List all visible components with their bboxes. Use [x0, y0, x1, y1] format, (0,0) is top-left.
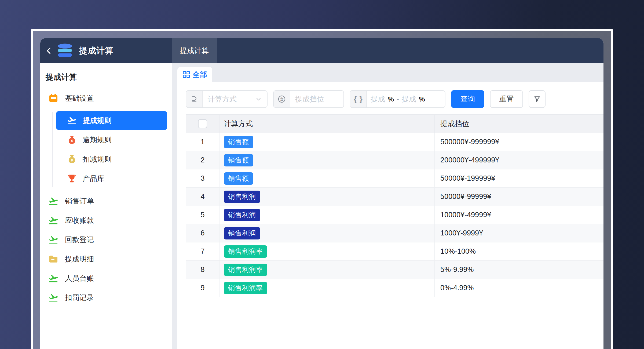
- range-separator: -: [397, 95, 399, 103]
- money-bag-icon: ¥: [67, 154, 77, 164]
- trophy-icon: [67, 174, 77, 183]
- sidebar-item-label: 提成规则: [83, 116, 112, 125]
- sidebar-item-提成明细[interactable]: 提成明细: [40, 249, 172, 269]
- cell-tier-range: 5%-9.99%: [435, 261, 603, 279]
- table-row: 7销售利润率10%-100%: [186, 242, 603, 261]
- filter-settings-button[interactable]: [529, 90, 546, 108]
- method-tag: 销售利润率: [224, 245, 267, 258]
- cell-calc-method: 销售利润: [219, 224, 435, 242]
- rate-from-unit: %: [388, 95, 394, 103]
- sidebar-item-label: 扣罚记录: [65, 293, 94, 303]
- cell-calc-method: 销售利润: [219, 188, 435, 206]
- funnel-icon: [533, 95, 541, 103]
- table-row: 2销售额200000¥-499999¥: [186, 151, 603, 169]
- method-tag: 销售额: [224, 172, 253, 185]
- filter-rate-range: { } 提成 % - 提成 %: [350, 90, 445, 108]
- tab-all-label: 全部: [193, 70, 207, 79]
- back-button[interactable]: [44, 46, 54, 56]
- method-tag: 销售利润率: [224, 282, 267, 294]
- table-row: 6销售利润1000¥-9999¥: [186, 224, 603, 242]
- sidebar-item-逾期规则[interactable]: ¥逾期规则: [56, 130, 167, 149]
- rate-range-inputs: 提成 % - 提成 %: [367, 91, 445, 107]
- plane-landing-icon: [48, 235, 58, 245]
- calc-method-placeholder: 计算方式: [208, 94, 237, 104]
- sidebar-item-label: 扣减规则: [83, 154, 112, 164]
- calc-method-select[interactable]: 计算方式: [203, 91, 267, 107]
- sidebar-item-应收账款[interactable]: 应收账款: [40, 211, 172, 230]
- cell-tier-range: 50000¥-99999¥: [435, 188, 603, 206]
- sidebar-item-扣减规则[interactable]: ¥扣减规则: [56, 150, 167, 169]
- tab-all[interactable]: 全部: [177, 67, 212, 82]
- table-row: 3销售额50000¥-199999¥: [186, 169, 603, 188]
- reset-button[interactable]: 重置: [490, 90, 523, 108]
- sidebar-menu: 基础设置提成规则¥逾期规则¥扣减规则产品库销售订单应收账款回款登记提成明细人员台…: [40, 89, 172, 307]
- sidebar: 提成计算 基础设置提成规则¥逾期规则¥扣减规则产品库销售订单应收账款回款登记提成…: [40, 63, 172, 349]
- cell-tier-range: 10000¥-49999¥: [435, 206, 603, 224]
- contains-circle-icon: 含: [274, 91, 290, 107]
- table-row: 8销售利润率5%-9.99%: [186, 261, 603, 279]
- sidebar-item-产品库[interactable]: 产品库: [56, 169, 167, 188]
- sidebar-item-扣罚记录[interactable]: 扣罚记录: [40, 288, 172, 307]
- filter-calc-method: 计算方式: [186, 90, 268, 108]
- header-left: 提成计算: [40, 38, 172, 63]
- svg-text:含: 含: [280, 97, 283, 101]
- tier-placeholder: 提成挡位: [295, 94, 324, 104]
- plane-landing-icon: [48, 293, 58, 303]
- row-number: 2: [186, 151, 219, 169]
- cell-tier-range: 0%-4.99%: [435, 279, 603, 297]
- row-number: 3: [186, 169, 219, 188]
- method-tag: 销售利润: [224, 227, 260, 239]
- rate-from-input[interactable]: 提成: [371, 94, 385, 104]
- main-area: 全部 计算方式 含: [172, 63, 603, 349]
- plane-landing-icon: [48, 196, 58, 206]
- cell-tier-range: 10%-100%: [435, 242, 603, 261]
- grid-icon: [183, 71, 190, 78]
- select-all-checkbox[interactable]: [198, 119, 207, 128]
- cell-calc-method: 销售额: [219, 151, 435, 169]
- cell-calc-method: 销售利润率: [219, 279, 435, 297]
- row-number: 4: [186, 188, 219, 206]
- select-all-cell: [186, 115, 219, 133]
- cell-calc-method: 销售利润率: [219, 261, 435, 279]
- table-row: 4销售利润50000¥-99999¥: [186, 188, 603, 206]
- header-tab-commission[interactable]: 提成计算: [172, 38, 217, 63]
- row-number: 7: [186, 242, 219, 261]
- sidebar-item-label: 提成明细: [65, 254, 94, 264]
- content-card: 计算方式 含 提成挡位 { }: [177, 82, 603, 349]
- table-row: 1销售额500000¥-999999¥: [186, 133, 603, 151]
- sidebar-item-label: 人员台账: [65, 274, 94, 283]
- cell-tier-range: 500000¥-999999¥: [435, 133, 603, 151]
- rate-to-input[interactable]: 提成: [402, 94, 416, 104]
- method-tag: 销售利润率: [224, 264, 267, 276]
- svg-text:¥: ¥: [71, 139, 73, 143]
- plane-landing-icon: [48, 215, 58, 226]
- sidebar-item-基础设置[interactable]: 基础设置: [40, 89, 172, 108]
- table-body: 1销售额500000¥-999999¥2销售额200000¥-499999¥3销…: [186, 133, 603, 297]
- view-tabstrip: 全部: [177, 63, 603, 82]
- method-tag: 销售利润: [224, 191, 260, 203]
- tier-input[interactable]: 提成挡位: [290, 91, 343, 107]
- filter-tier: 含 提成挡位: [273, 90, 344, 108]
- header-tab-label: 提成计算: [180, 46, 209, 56]
- plane-landing-icon: [48, 273, 58, 283]
- cell-calc-method: 销售利润率: [219, 242, 435, 261]
- sidebar-item-label: 回款登记: [65, 235, 94, 245]
- search-button[interactable]: 查询: [451, 90, 484, 108]
- sidebar-item-人员台账[interactable]: 人员台账: [40, 269, 172, 288]
- sidebar-item-提成规则[interactable]: 提成规则: [56, 111, 167, 130]
- row-number: 9: [186, 279, 219, 297]
- sidebar-submenu: 提成规则¥逾期规则¥扣减规则产品库: [52, 111, 172, 188]
- money-bag-icon: ¥: [67, 135, 77, 145]
- filter-bar: 计算方式 含 提成挡位 { }: [186, 90, 603, 108]
- cell-tier-range: 200000¥-499999¥: [435, 151, 603, 169]
- sidebar-item-回款登记[interactable]: 回款登记: [40, 230, 172, 249]
- cell-tier-range: 1000¥-9999¥: [435, 224, 603, 242]
- app-body: 提成计算 基础设置提成规则¥逾期规则¥扣减规则产品库销售订单应收账款回款登记提成…: [40, 63, 603, 349]
- sidebar-item-销售订单[interactable]: 销售订单: [40, 191, 172, 211]
- column-header-method: 计算方式: [219, 115, 435, 133]
- row-number: 5: [186, 206, 219, 224]
- cell-tier-range: 50000¥-199999¥: [435, 169, 603, 188]
- row-number: 6: [186, 224, 219, 242]
- sidebar-item-label: 逾期规则: [83, 135, 112, 145]
- row-number: 1: [186, 133, 219, 151]
